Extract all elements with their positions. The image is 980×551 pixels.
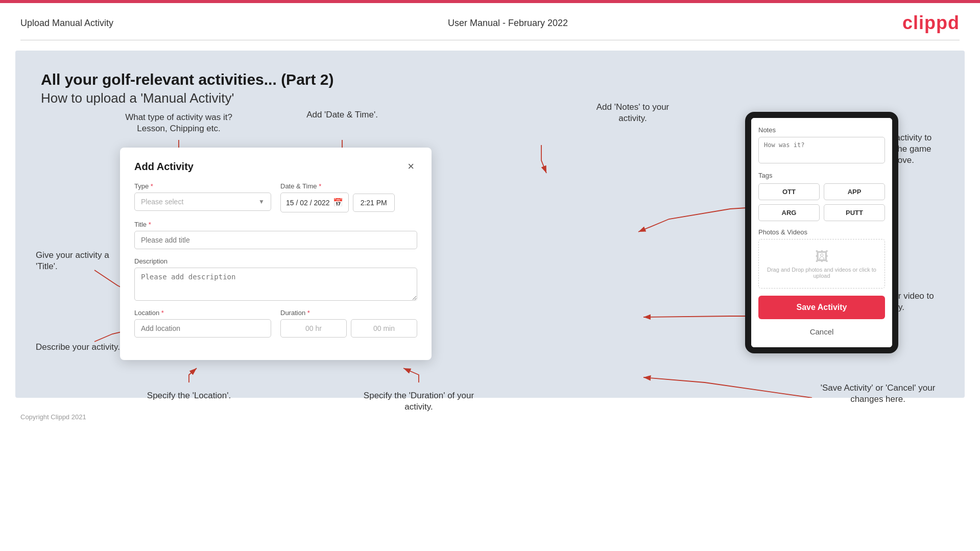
duration-min-input[interactable]: 00 min [351,319,417,338]
close-button[interactable]: × [404,160,417,173]
section-subtitle: How to upload a 'Manual Activity' [41,90,939,106]
datetime-group: Date & Time * 15 / 02 / 2022 📅 2:21 PM [280,182,417,212]
footer: Copyright Clippd 2021 [0,408,980,426]
header: Upload Manual Activity User Manual - Feb… [0,3,980,40]
type-select[interactable]: Please select ▼ [134,193,271,211]
description-textarea[interactable] [134,268,417,301]
type-placeholder: Please select [141,198,183,206]
cancel-button[interactable]: Cancel [758,324,885,339]
title-group: Title * [134,221,417,249]
annotation-describe: Describe your activity. [36,342,123,353]
location-label: Location * [134,309,271,317]
location-input[interactable] [134,319,271,338]
description-group: Description [134,257,417,301]
logo: clippd [902,12,960,34]
annotation-duration: Specify the 'Duration' of your activity. [352,390,485,413]
notes-label: Notes [758,126,885,134]
title-input[interactable] [134,231,417,249]
page-title: Upload Manual Activity [20,18,113,29]
main-content: All your golf-relevant activities... (Pa… [15,51,965,398]
add-activity-dialog: Add Activity × Type * Please select ▼ Da… [120,148,432,360]
annotation-notes: Add 'Notes' to your activity. [582,102,684,124]
type-group: Type * Please select ▼ [134,182,271,212]
duration-group: Duration * 00 hr 00 min [280,309,417,338]
description-label: Description [134,257,417,265]
dialog-header: Add Activity × [134,160,417,173]
annotation-type: What type of activity was it? Lesson, Ch… [117,112,240,134]
annotation-savecancel: 'Save Activity' or 'Cancel' your changes… [817,382,939,405]
notes-textarea[interactable] [758,137,885,163]
duration-inputs: 00 hr 00 min [280,319,417,338]
section-title: All your golf-relevant activities... (Pa… [41,71,939,88]
type-datetime-row: Type * Please select ▼ Date & Time * 15 … [134,182,417,212]
type-label: Type * [134,182,271,190]
duration-hr-input[interactable]: 00 hr [280,319,347,338]
tag-app[interactable]: APP [824,183,885,200]
tags-grid: OTT APP ARG PUTT [758,183,885,221]
datetime-inputs: 15 / 02 / 2022 📅 2:21 PM [280,193,417,212]
upload-area[interactable]: 🖼 Drag and Drop photos and videos or cli… [758,239,885,289]
upload-icon: 🖼 [764,249,879,265]
chevron-down-icon: ▼ [258,198,265,205]
header-divider [20,40,960,40]
photos-label: Photos & Videos [758,228,885,236]
tags-label: Tags [758,172,885,179]
phone-inner: Notes Tags OTT APP ARG PUTT Photos & Vid… [751,118,892,347]
location-group: Location * [134,309,271,338]
annotation-datetime: Add 'Date & Time'. [291,109,393,121]
save-activity-button[interactable]: Save Activity [758,296,885,319]
copyright: Copyright Clippd 2021 [20,413,86,421]
dialog-title: Add Activity [134,161,194,173]
tag-putt[interactable]: PUTT [824,204,885,221]
tag-arg[interactable]: ARG [758,204,820,221]
datetime-label: Date & Time * [280,182,417,190]
annotation-give-title: Give your activity a 'Title'. [36,250,123,272]
title-label: Title * [134,221,417,228]
duration-label: Duration * [280,309,417,317]
doc-title: User Manual - February 2022 [448,18,568,29]
upload-text: Drag and Drop photos and videos or click… [764,267,879,279]
date-input[interactable]: 15 / 02 / 2022 📅 [280,193,349,212]
phone-mockup: Notes Tags OTT APP ARG PUTT Photos & Vid… [745,112,898,353]
calendar-icon: 📅 [333,198,343,207]
tag-ott[interactable]: OTT [758,183,820,200]
annotation-location: Specify the 'Location'. [138,390,240,401]
time-input[interactable]: 2:21 PM [353,194,395,212]
location-duration-row: Location * Duration * 00 hr 00 min [134,309,417,338]
